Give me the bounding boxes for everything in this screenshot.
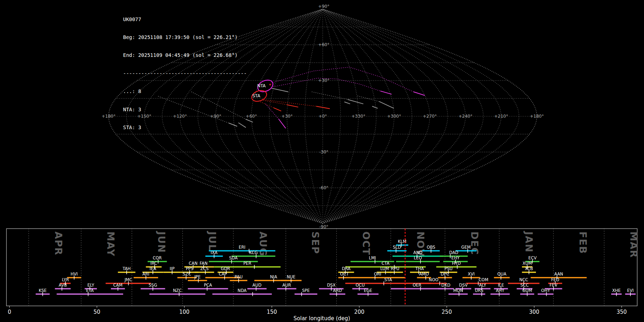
shower-label-COR: COR: [153, 255, 162, 260]
meteor-trail: [380, 91, 391, 94]
meteor-track-dotted: [265, 104, 279, 119]
shower-label-LMI: LMI: [369, 255, 376, 260]
month-label-FEB: FEB: [577, 231, 589, 254]
shower-label-ZCS: ZCS: [200, 266, 209, 271]
map-latitude-label: +90°: [318, 4, 329, 9]
shower-label-ARD: ARD: [333, 288, 342, 293]
map-latitude-label: +60°: [318, 42, 329, 47]
map-longitude-label: +300°: [387, 114, 401, 119]
count-sta: STA: 3: [123, 125, 247, 131]
month-label-APR: APR: [53, 231, 64, 255]
x-axis-tick-label: 0: [8, 309, 11, 315]
month-label-DEC: DEC: [469, 231, 480, 255]
month-label-MAR: MAR: [628, 231, 639, 258]
shower-label-HYD: HYD: [452, 261, 461, 266]
meteor-trail: [379, 102, 394, 108]
x-axis-tick-label: 350: [616, 309, 627, 315]
shower-label-DAD: DAD: [449, 250, 459, 255]
shower-label-IEA: IEA: [150, 266, 156, 271]
shower-label-OCU: OCU: [356, 283, 365, 288]
shower-label-ECV: ECV: [528, 255, 537, 260]
station-id: UK0077: [123, 16, 247, 23]
shower-label-AMO: AMO: [419, 272, 429, 277]
meteor-plot-page: +180°+150°+120°+90°+60°+30°+0°+330°+300°…: [0, 0, 644, 322]
shower-label-EGE: EGE: [364, 288, 372, 293]
shower-label-AUR: AUR: [282, 283, 291, 288]
shower-label-RPU: RPU: [391, 266, 399, 271]
shower-label-SLD: SLD: [393, 245, 401, 250]
shower-label-SPE: SPE: [302, 288, 310, 293]
shower-label-GEM: GEM: [461, 245, 470, 250]
shower-label-JMC: JMC: [124, 277, 132, 282]
shower-label-EHY: EHY: [452, 255, 460, 260]
shower-label-KCG: KCG: [249, 250, 258, 255]
shower-label-URS: URS: [475, 288, 483, 293]
shower-label-XHE: XHE: [612, 288, 621, 293]
map-latitude-label: -30°: [319, 150, 328, 155]
shower-label-NIA: NIA: [270, 274, 277, 279]
shower-label-DKD: DKD: [441, 283, 450, 288]
shower-label-JPE: JPE: [194, 274, 201, 279]
meteor-trail: [348, 99, 364, 104]
meteor-track-dotted: [358, 96, 379, 102]
month-label-SEP: SEP: [310, 231, 321, 254]
shower-label-MON: MON: [453, 288, 463, 293]
month-label-JUL: JUL: [207, 231, 218, 251]
shower-label-SSG: SSG: [149, 283, 157, 288]
meteor-trail: [414, 92, 425, 96]
shower-label-IRC: IRC: [150, 261, 157, 266]
shower-label-FED: FED: [551, 277, 559, 282]
shower-label-LYR: LYR: [62, 277, 69, 282]
shower-label-ARI: ARI: [142, 272, 149, 277]
shower-label-AVB: AVB: [59, 283, 67, 288]
map-longitude-label: +330°: [351, 114, 365, 119]
meteor-trail: [272, 88, 288, 92]
shower-label-SDA: SDA: [229, 255, 238, 260]
shower-label-OHY: OHY: [541, 288, 551, 293]
shower-label-GDR: GDR: [221, 266, 230, 271]
meteor-trail: [279, 119, 286, 128]
shower-label-AHY: AHY: [496, 288, 505, 293]
radiant-label-NTA: NTA: [257, 83, 266, 88]
obs-begin-line: Beg: 20251108 17:39:50 (sol = 226.21°): [123, 34, 247, 40]
shower-label-XVI: XVI: [468, 272, 475, 277]
shower-label-NOO: NOO: [429, 277, 439, 282]
meteor-trail: [344, 102, 350, 104]
shower-label-ERI: ERI: [239, 245, 245, 250]
shower-label-OER: OER: [413, 283, 421, 288]
meteor-trail: [287, 105, 298, 107]
shower-label-NZC: NZC: [173, 288, 182, 293]
shower-label-NDA: NDA: [238, 288, 247, 293]
meteor-track-dotted: [312, 92, 348, 99]
map-longitude-label: +30°: [282, 114, 293, 119]
shower-label-LUM: LUM: [380, 266, 389, 271]
shower-label-GUM: GUM: [522, 288, 532, 293]
x-axis-tick-label: 300: [529, 309, 540, 315]
shower-label-NCC: NCC: [519, 277, 528, 282]
shower-label-ELY: ELY: [87, 283, 94, 288]
month-label-JAN: JAN: [523, 231, 535, 253]
shower-label-SCC: SCC: [521, 283, 529, 288]
x-axis-tick-label: 100: [179, 309, 190, 315]
shower-label-PER: PER: [243, 261, 251, 266]
shower-label-FEV: FEV: [550, 283, 557, 288]
shower-label-XUM: XUM: [522, 261, 532, 266]
shower-label-CAN: CAN: [189, 261, 197, 266]
shower-label-AND: AND: [413, 250, 422, 255]
shower-label-XCB: XCB: [525, 266, 533, 271]
shower-label-DPC: DPC: [441, 272, 449, 277]
shower-label-QUA: QUA: [497, 272, 506, 277]
x-axis-tick-label: 200: [354, 309, 365, 315]
shower-label-EVI: EVI: [627, 288, 634, 293]
shower-label-DSV: DSV: [459, 283, 468, 288]
shower-label-STA: STA: [384, 277, 392, 282]
meteor-trail: [316, 106, 330, 109]
map-longitude-label: +180°: [530, 114, 544, 119]
shower-label-ALY: ALY: [479, 283, 487, 288]
shower-label-PCA: PCA: [204, 283, 212, 288]
x-axis-tick-label: 50: [93, 309, 100, 315]
shower-label-FAN: FAN: [200, 261, 208, 266]
meteor-trail: [274, 108, 281, 111]
shower-label-DSX: DSX: [327, 283, 336, 288]
map-longitude-label: +60°: [246, 114, 257, 119]
